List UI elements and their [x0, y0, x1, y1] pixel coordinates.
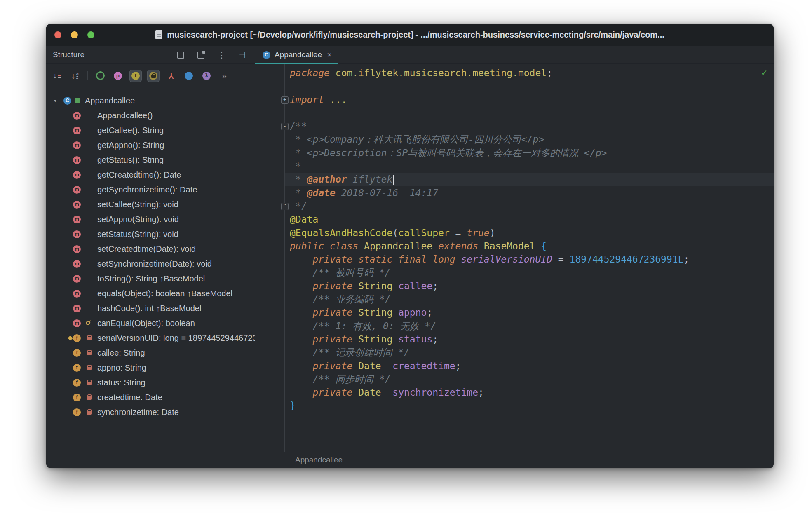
- structure-item[interactable]: mgetCreatedtime(): Date: [46, 167, 255, 182]
- structure-item-label: getSynchronizetime(): Date: [97, 185, 197, 195]
- structure-item[interactable]: mAppandcallee(): [46, 108, 255, 123]
- code-line: *: [255, 159, 774, 173]
- field-icon: f: [73, 379, 81, 387]
- window-title: musicsearch-project [~/Develop/work/ifly…: [167, 30, 664, 40]
- method-icon: m: [73, 186, 81, 194]
- method-icon: m: [73, 127, 81, 134]
- sort-alphabetically-icon[interactable]: ↓az: [69, 70, 81, 82]
- code-line: private String appno;: [255, 306, 774, 319]
- method-icon: m: [73, 201, 81, 209]
- structure-item[interactable]: fserialVersionUID: long = 18974452944672…: [46, 331, 255, 345]
- lock-icon: [87, 350, 92, 356]
- code-line: [255, 80, 774, 93]
- tab-label: Appandcallee: [275, 50, 322, 59]
- structure-item[interactable]: msetCreatedtime(Date): void: [46, 242, 255, 256]
- show-lambdas-icon[interactable]: λ: [200, 70, 213, 82]
- method-icon: m: [73, 245, 81, 253]
- structure-item-label: status: String: [97, 378, 146, 387]
- structure-item-label: setCreatedtime(Date): void: [97, 244, 196, 254]
- code-line: /** 业务编码 */: [255, 293, 774, 306]
- fold-end-icon[interactable]: ^: [281, 203, 289, 210]
- static-mark-icon: [68, 335, 73, 341]
- structure-item[interactable]: mgetStatus(): String: [46, 152, 255, 167]
- show-properties-icon[interactable]: p: [112, 70, 124, 82]
- code-line: public class Appandcallee extends BaseMo…: [255, 239, 774, 253]
- method-icon: m: [73, 275, 81, 283]
- structure-item-label: synchronizetime: Date: [97, 408, 179, 417]
- structure-item-label: setAppno(String): void: [97, 215, 179, 224]
- structure-item[interactable]: fcallee: String: [46, 345, 255, 360]
- close-button[interactable]: [54, 31, 61, 38]
- structure-item[interactable]: mtoString(): String ↑BaseModel: [46, 271, 255, 286]
- expand-icon[interactable]: [177, 52, 184, 59]
- structure-item[interactable]: mcanEqual(Object): boolean: [46, 316, 255, 331]
- titlebar: musicsearch-project [~/Develop/work/ifly…: [46, 24, 774, 46]
- tab-appandcallee[interactable]: C Appandcallee ×: [255, 46, 338, 63]
- field-icon: f: [73, 364, 81, 372]
- group-methods-icon[interactable]: Y: [165, 70, 177, 82]
- structure-item[interactable]: mequals(Object): boolean ↑BaseModel: [46, 286, 255, 301]
- structure-item-root[interactable]: ▼ C Appandcallee: [46, 93, 255, 108]
- class-icon: C: [263, 51, 270, 59]
- breadcrumb-item[interactable]: Appandcallee: [295, 455, 343, 464]
- structure-tree: ▼ C Appandcallee mAppandcallee()mgetCall…: [46, 87, 255, 468]
- method-icon: m: [73, 112, 81, 120]
- code-area[interactable]: ✓ package com.iflytek.musicsearch.meetin…: [255, 64, 774, 452]
- method-icon: m: [73, 216, 81, 223]
- structure-item[interactable]: fcreatedtime: Date: [46, 390, 255, 405]
- breadcrumb[interactable]: Appandcallee: [255, 452, 774, 468]
- lock-icon: [87, 365, 92, 371]
- more-toggles-icon[interactable]: »: [218, 70, 230, 82]
- source-badge-icon: [75, 98, 80, 103]
- method-icon: m: [73, 141, 81, 149]
- method-icon: m: [73, 319, 81, 327]
- minimize-button[interactable]: [71, 31, 78, 38]
- field-icon: f: [73, 349, 81, 357]
- code-line: [255, 106, 774, 120]
- structure-item-label: toString(): String ↑BaseModel: [97, 274, 205, 284]
- method-icon: m: [73, 230, 81, 238]
- structure-item-label: callee: String: [97, 348, 145, 358]
- structure-item[interactable]: msetSynchronizetime(Date): void: [46, 256, 255, 271]
- method-icon: m: [73, 260, 81, 268]
- structure-item-label: setCallee(String): void: [97, 200, 178, 209]
- structure-item[interactable]: msetStatus(String): void: [46, 227, 255, 242]
- structure-item[interactable]: mgetCallee(): String: [46, 123, 255, 138]
- structure-item-label: equals(Object): boolean ↑BaseModel: [97, 289, 232, 298]
- structure-item-label: setSynchronizetime(Date): void: [97, 259, 212, 269]
- code-line: private Date synchronizetime;: [255, 386, 774, 399]
- structure-item-label: getCallee(): String: [97, 126, 164, 135]
- code-line: private String status;: [255, 333, 774, 346]
- structure-item[interactable]: fstatus: String: [46, 375, 255, 390]
- structure-item-label: appno: String: [97, 363, 146, 373]
- ide-window: musicsearch-project [~/Develop/work/ifly…: [46, 24, 774, 468]
- text-caret: [393, 175, 394, 185]
- structure-item[interactable]: mhashCode(): int ↑BaseModel: [46, 301, 255, 316]
- lock-icon: [87, 409, 92, 415]
- zoom-button[interactable]: [87, 31, 94, 38]
- key-icon: [85, 319, 93, 327]
- show-fields-icon[interactable]: f: [129, 70, 142, 82]
- lock-icon: [87, 394, 92, 400]
- sort-by-visibility-icon[interactable]: ↓: [51, 70, 63, 82]
- fold-minus-icon[interactable]: -: [281, 123, 289, 130]
- structure-item[interactable]: mgetAppno(): String: [46, 138, 255, 152]
- show-inherited-icon[interactable]: [94, 70, 106, 82]
- show-non-public-icon[interactable]: [147, 70, 160, 82]
- float-window-icon[interactable]: [197, 52, 204, 59]
- structure-item[interactable]: msetAppno(String): void: [46, 212, 255, 227]
- structure-item[interactable]: fappno: String: [46, 360, 255, 375]
- tab-close-icon[interactable]: ×: [327, 50, 332, 60]
- code-line: * @date 2018-07-16 14:17: [255, 186, 774, 199]
- more-options-icon[interactable]: ⋮: [218, 51, 225, 59]
- structure-item[interactable]: msetCallee(String): void: [46, 197, 255, 212]
- structure-item-label: setStatus(String): void: [97, 230, 178, 239]
- fold-plus-icon[interactable]: +: [281, 96, 289, 104]
- structure-toolbar: ↓↓azpfYλ»: [46, 64, 255, 87]
- structure-item[interactable]: mgetSynchronizetime(): Date: [46, 182, 255, 197]
- chevron-down-icon[interactable]: ▼: [52, 98, 59, 103]
- structure-item[interactable]: fsynchronizetime: Date: [46, 405, 255, 420]
- show-anonymous-classes-icon[interactable]: [183, 70, 195, 82]
- hide-panel-icon[interactable]: ⊣: [239, 51, 246, 59]
- field-icon: f: [73, 394, 81, 401]
